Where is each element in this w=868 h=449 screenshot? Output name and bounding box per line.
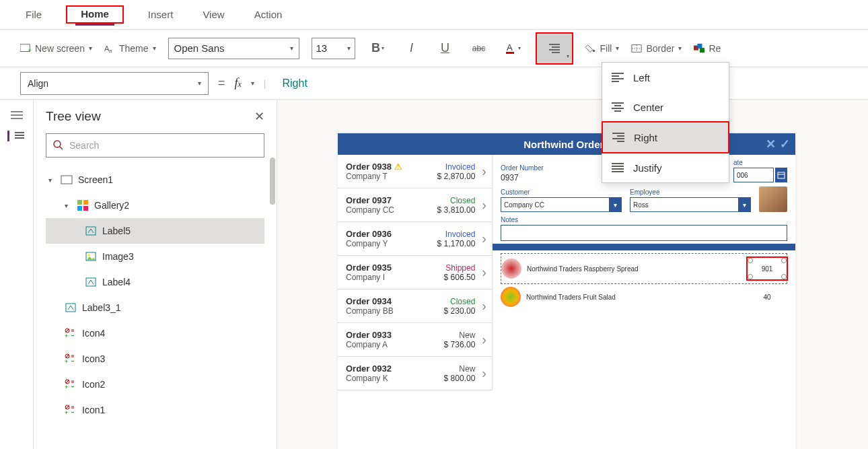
font-color-button[interactable]: A ▾ <box>502 38 523 59</box>
chevron-right-icon[interactable]: › <box>479 332 489 347</box>
chevron-down-icon[interactable]: ▾ <box>251 79 254 87</box>
order-item[interactable]: Order 0935 Company I Shipped $ 606.50 › <box>338 256 492 289</box>
align-center-item[interactable]: Center <box>602 92 729 122</box>
reorder-button[interactable]: Re <box>694 43 721 54</box>
menu-view[interactable]: View <box>197 5 229 24</box>
tree-item-icon2[interactable]: + Icon2 <box>46 372 264 397</box>
chevron-right-icon[interactable]: › <box>479 197 489 213</box>
order-company: Company CC <box>346 205 437 215</box>
tree-item-gallery2[interactable]: ▾ Gallery2 <box>46 193 264 218</box>
order-item[interactable]: Order 0937 Company CC Closed $ 3,810.00 … <box>338 188 492 222</box>
tree-item-label5[interactable]: Label5 <box>46 218 264 244</box>
screen-icon <box>61 174 73 185</box>
tree-item-icon3[interactable]: + Icon3 <box>46 346 264 372</box>
menu-insert[interactable]: Insert <box>143 5 179 24</box>
tree-label: Icon2 <box>82 379 105 390</box>
fill-button[interactable]: Fill ▾ <box>585 43 620 54</box>
formula-value[interactable]: Right <box>276 77 308 90</box>
property-select[interactable]: Align ▾ <box>20 72 209 95</box>
date-input[interactable]: 006 <box>733 168 774 182</box>
product-row[interactable]: Northwind Traders Raspberry Spread 901 <box>501 253 787 284</box>
order-price: $ 3,810.00 <box>437 205 476 215</box>
font-size: 13 <box>316 42 328 54</box>
align-menu: Left Center Right Justify <box>602 62 729 183</box>
order-item[interactable]: Order 0938 ⚠ Company T Invoiced $ 2,870.… <box>338 155 492 188</box>
svg-line-42 <box>66 406 69 409</box>
theme-button[interactable]: Aa Theme ▾ <box>104 43 156 54</box>
tree-item-icon1[interactable]: + Icon1 <box>46 397 264 423</box>
fx-icon: fx <box>235 76 242 90</box>
cancel-icon[interactable]: ✕ <box>766 137 776 151</box>
chevron-right-icon[interactable]: › <box>479 366 489 381</box>
chevron-right-icon[interactable]: › <box>479 298 489 314</box>
order-item[interactable]: Order 0934 Company BB Closed $ 230.00 › <box>338 289 492 323</box>
order-item[interactable]: Order 0933 Company A New $ 736.00 › <box>338 323 492 357</box>
tree-item-image3[interactable]: Image3 <box>46 244 264 269</box>
order-price: $ 736.00 <box>444 340 476 349</box>
menu-file[interactable]: File <box>20 5 47 24</box>
equals-sign: = <box>218 76 225 90</box>
italic-button[interactable]: I <box>401 38 423 59</box>
font-select[interactable]: Open Sans ▾ <box>168 38 299 59</box>
ribbon: + New screen ▾ Aa Theme ▾ Open Sans ▾ 13… <box>0 30 868 67</box>
employee-select[interactable]: Ross ▾ <box>630 197 751 212</box>
border-icon <box>631 43 642 54</box>
bold-button[interactable]: B▾ <box>367 38 389 59</box>
order-number-value: 0937 <box>501 173 519 182</box>
search-input[interactable]: Search <box>46 133 264 158</box>
caret-icon: ▾ <box>65 202 71 209</box>
order-company: Company K <box>346 374 444 383</box>
selection-handles[interactable]: 901 <box>750 261 784 277</box>
align-left-item[interactable]: Left <box>602 63 729 92</box>
chevron-right-icon[interactable]: › <box>479 231 489 246</box>
order-item[interactable]: Order 0932 Company K New $ 800.00 › <box>338 357 492 390</box>
calendar-icon[interactable] <box>775 168 787 182</box>
tree-label: Label4 <box>102 277 131 287</box>
menu-bar: File Home Insert View Action <box>0 0 868 30</box>
menu-action[interactable]: Action <box>249 5 288 24</box>
chevron-right-icon[interactable]: › <box>479 164 489 179</box>
svg-rect-31 <box>66 304 75 312</box>
confirm-icon[interactable]: ✓ <box>780 137 790 151</box>
customer-select[interactable]: Company CC ▾ <box>501 197 622 212</box>
strikethrough-button[interactable]: abc <box>468 38 490 59</box>
notes-input[interactable] <box>501 225 787 241</box>
tree-item-label4[interactable]: Label4 <box>46 269 264 295</box>
order-item[interactable]: Order 0936 Company Y Invoiced $ 1,170.00… <box>338 222 492 256</box>
align-button[interactable]: ▾ <box>536 32 573 65</box>
order-status: Closed <box>437 196 476 205</box>
product-row[interactable]: Northwind Traders Fruit Salad 40 <box>501 284 787 310</box>
highlight-right: Right <box>602 121 729 153</box>
svg-text:+: + <box>65 384 68 390</box>
align-justify-item[interactable]: Justify <box>602 153 729 182</box>
font-size-select[interactable]: 13 ▾ <box>312 38 355 59</box>
scrollbar[interactable] <box>270 158 275 205</box>
tree-view-icon[interactable] <box>7 131 26 141</box>
order-status: New <box>444 364 476 374</box>
menu-home[interactable]: Home <box>75 4 114 26</box>
svg-text:A: A <box>507 42 513 53</box>
icon-group-icon: + <box>65 353 77 364</box>
product-image <box>501 287 521 307</box>
tree-item-icon4[interactable]: + Icon4 <box>46 320 264 346</box>
order-status: Closed <box>444 297 476 306</box>
warning-icon: ⚠ <box>394 162 402 172</box>
underline-button[interactable]: U <box>435 38 456 59</box>
customer-label: Customer <box>501 188 622 196</box>
tree-label: Image3 <box>102 251 134 262</box>
new-screen-button[interactable]: + New screen ▾ <box>20 43 92 54</box>
highlight-qty: 901 <box>746 256 788 281</box>
order-list: Order 0938 ⚠ Company T Invoiced $ 2,870.… <box>338 155 493 390</box>
chevron-right-icon[interactable]: › <box>479 265 489 280</box>
hamburger-icon[interactable] <box>11 110 23 120</box>
border-button[interactable]: Border ▾ <box>631 43 682 54</box>
tree-item-label3-1[interactable]: Label3_1 <box>46 295 264 320</box>
tree-item-screen1[interactable]: ▾ Screen1 <box>46 167 264 193</box>
align-right-item[interactable]: Right <box>603 123 728 152</box>
chevron-down-icon: ▾ <box>738 197 750 212</box>
order-id: Order 0935 <box>346 263 444 273</box>
order-id: Order 0932 <box>346 364 444 374</box>
canvas[interactable]: Northwind Orders ✕ ✓ Order 0938 ⚠ Compan… <box>277 100 868 449</box>
close-icon[interactable]: ✕ <box>254 109 264 124</box>
avatar <box>759 186 787 212</box>
